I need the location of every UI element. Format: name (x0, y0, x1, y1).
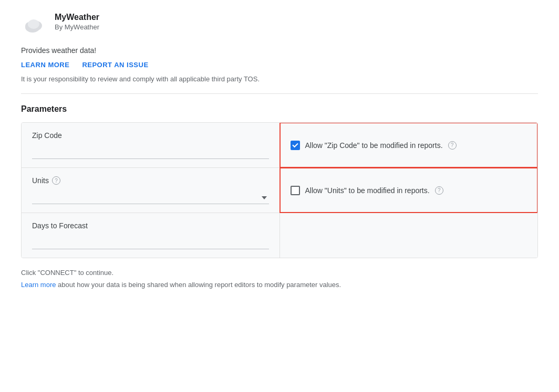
units-checkbox-wrapper[interactable] (291, 186, 300, 195)
app-author: By MyWeather (55, 23, 99, 31)
param-left-zip-code: Zip Code (22, 123, 280, 167)
svg-point-3 (28, 19, 39, 29)
parameters-table: Zip Code Allow "Zip Code" to be modified… (21, 122, 538, 258)
allow-zip-code-text: Allow "Zip Code" to be modified in repor… (305, 141, 443, 150)
param-right-units: Allow "Units" to be modified in reports.… (280, 168, 538, 213)
zip-code-checkbox-wrapper[interactable] (291, 141, 300, 150)
zip-code-input[interactable] (32, 146, 269, 159)
app-header: MyWeather By MyWeather (21, 13, 538, 38)
app-icon (21, 13, 46, 38)
units-allow-help-icon[interactable]: ? (435, 186, 443, 195)
footer-learn-more: Learn more about how your data is being … (21, 281, 538, 289)
app-info: MyWeather By MyWeather (55, 13, 99, 31)
parameters-section-title: Parameters (21, 104, 538, 114)
app-description: Provides weather data! (21, 46, 538, 55)
units-select-wrapper: Imperial Metric (32, 191, 269, 204)
param-right-days-to-forecast (280, 213, 538, 258)
report-issue-link[interactable]: REPORT AN ISSUE (82, 61, 148, 69)
allow-zip-code-label[interactable]: Allow "Zip Code" to be modified in repor… (291, 141, 457, 150)
param-row-units: Units ? Imperial Metric A (22, 168, 537, 213)
learn-more-link[interactable]: LEARN MORE (21, 61, 69, 69)
footer-hint: Click "CONNECT" to continue. (21, 269, 538, 277)
param-left-units: Units ? Imperial Metric (22, 168, 280, 213)
allow-units-text: Allow "Units" to be modified in reports. (305, 186, 430, 195)
footer-learn-more-link[interactable]: Learn more (21, 281, 56, 289)
footer-learn-more-suffix: about how your data is being shared when… (56, 281, 341, 289)
days-to-forecast-input[interactable] (32, 236, 269, 249)
param-row-days-to-forecast: Days to Forecast (22, 213, 537, 258)
app-links: LEARN MORE REPORT AN ISSUE (21, 61, 538, 69)
units-label-help-icon[interactable]: ? (52, 176, 60, 185)
page-container: MyWeather By MyWeather Provides weather … (0, 0, 559, 301)
zip-code-checkbox[interactable] (291, 141, 300, 150)
param-row-zip-code: Zip Code Allow "Zip Code" to be modified… (22, 123, 537, 168)
param-label-units: Units ? (32, 176, 269, 185)
units-select[interactable]: Imperial Metric (32, 191, 269, 204)
tos-notice: It is your responsibility to review and … (21, 75, 538, 83)
zip-code-help-icon[interactable]: ? (448, 141, 457, 150)
param-label-days-to-forecast: Days to Forecast (32, 221, 269, 230)
units-checkbox[interactable] (291, 186, 300, 195)
param-left-days-to-forecast: Days to Forecast (22, 213, 280, 258)
param-right-zip-code: Allow "Zip Code" to be modified in repor… (280, 123, 538, 167)
app-name: MyWeather (55, 13, 99, 22)
allow-units-label[interactable]: Allow "Units" to be modified in reports.… (291, 186, 443, 195)
param-label-zip-code: Zip Code (32, 131, 269, 140)
section-divider (21, 93, 538, 94)
